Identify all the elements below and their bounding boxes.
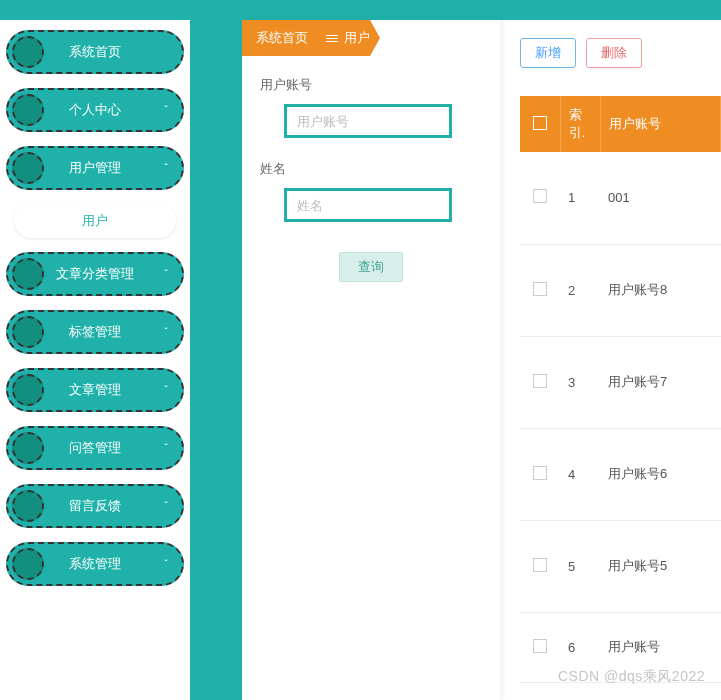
- delete-button[interactable]: 删除: [586, 38, 642, 68]
- nav-tag-mgmt[interactable]: 标签管理 ˇ: [6, 310, 184, 354]
- chevron-down-icon: ˇ: [164, 500, 168, 512]
- nav-label: 用户管理: [69, 159, 121, 177]
- nav-user-mgmt[interactable]: 用户管理 ˆ: [6, 146, 184, 190]
- chevron-down-icon: ˇ: [164, 384, 168, 396]
- breadcrumb-home-label: 系统首页: [256, 29, 308, 47]
- cell-index: 2: [560, 244, 600, 336]
- breadcrumb-home[interactable]: 系统首页: [242, 20, 322, 56]
- chevron-down-icon: ˇ: [164, 326, 168, 338]
- cell-index: 6: [560, 612, 600, 682]
- sidebar: 系统首页 个人中心 ˇ 用户管理 ˆ 用户 文章分类管理 ˇ: [0, 20, 190, 700]
- nav-dot-icon: [12, 258, 44, 290]
- nav-dot-icon: [12, 152, 44, 184]
- search-panel: 系统首页 用户 用户账号 姓名 查询: [242, 20, 500, 700]
- cell-account: 用户账号: [600, 612, 721, 682]
- nav-label: 留言反馈: [69, 497, 121, 515]
- nav-home[interactable]: 系统首页: [6, 30, 184, 74]
- nav-sub-label: 用户: [82, 212, 108, 230]
- breadcrumb-current[interactable]: 用户: [322, 20, 380, 56]
- cell-account: 001: [600, 152, 721, 244]
- nav-dot-icon: [12, 374, 44, 406]
- nav-qa-mgmt[interactable]: 问答管理 ˇ: [6, 426, 184, 470]
- nav-label: 标签管理: [69, 323, 121, 341]
- nav-dot-icon: [12, 432, 44, 464]
- search-button[interactable]: 查询: [339, 252, 403, 282]
- nav-article-mgmt[interactable]: 文章管理 ˇ: [6, 368, 184, 412]
- nav-label: 文章分类管理: [56, 265, 134, 283]
- account-input[interactable]: [284, 104, 452, 138]
- cell-account: 用户账号6: [600, 428, 721, 520]
- name-input[interactable]: [284, 188, 452, 222]
- row-checkbox[interactable]: [533, 282, 547, 296]
- table-row: 2用户账号8: [520, 244, 721, 336]
- table-row: 3用户账号7: [520, 336, 721, 428]
- cell-index: 1: [560, 152, 600, 244]
- name-label: 姓名: [260, 160, 482, 178]
- row-checkbox[interactable]: [533, 466, 547, 480]
- nav-label: 文章管理: [69, 381, 121, 399]
- nav-label: 问答管理: [69, 439, 121, 457]
- cell-account: 用户账号7: [600, 336, 721, 428]
- nav-label: 系统管理: [69, 555, 121, 573]
- table-row: 6用户账号: [520, 612, 721, 682]
- table-row: 4用户账号6: [520, 428, 721, 520]
- nav-sub-user[interactable]: 用户: [14, 204, 176, 238]
- top-bar: [0, 0, 721, 20]
- th-checkbox[interactable]: [520, 96, 560, 152]
- table-row: 1001: [520, 152, 721, 244]
- nav-system-mgmt[interactable]: 系统管理 ˇ: [6, 542, 184, 586]
- breadcrumb: 系统首页 用户: [242, 20, 500, 56]
- cell-index: 4: [560, 428, 600, 520]
- nav-dot-icon: [12, 490, 44, 522]
- add-button[interactable]: 新增: [520, 38, 576, 68]
- th-account: 用户账号: [600, 96, 721, 152]
- account-label: 用户账号: [260, 76, 482, 94]
- row-checkbox[interactable]: [533, 639, 547, 653]
- nav-article-cat[interactable]: 文章分类管理 ˇ: [6, 252, 184, 296]
- chevron-down-icon: ˇ: [164, 104, 168, 116]
- data-table: 索引. 用户账号 10012用户账号83用户账号74用户账号65用户账号56用户…: [520, 96, 721, 683]
- nav-profile[interactable]: 个人中心 ˇ: [6, 88, 184, 132]
- chevron-down-icon: ˇ: [164, 268, 168, 280]
- nav-dot-icon: [12, 316, 44, 348]
- checkbox-icon[interactable]: [533, 116, 547, 130]
- cell-account: 用户账号8: [600, 244, 721, 336]
- nav-label: 系统首页: [69, 43, 121, 61]
- menu-icon: [326, 33, 338, 44]
- table-panel: 新增 删除 索引. 用户账号 10012用户账号83用户账号74用户账号65用户…: [500, 20, 721, 700]
- nav-label: 个人中心: [69, 101, 121, 119]
- cell-account: 用户账号5: [600, 520, 721, 612]
- chevron-up-icon: ˆ: [164, 162, 168, 174]
- row-checkbox[interactable]: [533, 189, 547, 203]
- chevron-down-icon: ˇ: [164, 442, 168, 454]
- breadcrumb-current-label: 用户: [344, 29, 370, 47]
- nav-dot-icon: [12, 94, 44, 126]
- table-row: 5用户账号5: [520, 520, 721, 612]
- nav-dot-icon: [12, 36, 44, 68]
- chevron-down-icon: ˇ: [164, 558, 168, 570]
- row-checkbox[interactable]: [533, 374, 547, 388]
- cell-index: 3: [560, 336, 600, 428]
- th-index: 索引.: [560, 96, 600, 152]
- gap-strip: [190, 20, 242, 700]
- cell-index: 5: [560, 520, 600, 612]
- nav-dot-icon: [12, 548, 44, 580]
- nav-feedback[interactable]: 留言反馈 ˇ: [6, 484, 184, 528]
- row-checkbox[interactable]: [533, 558, 547, 572]
